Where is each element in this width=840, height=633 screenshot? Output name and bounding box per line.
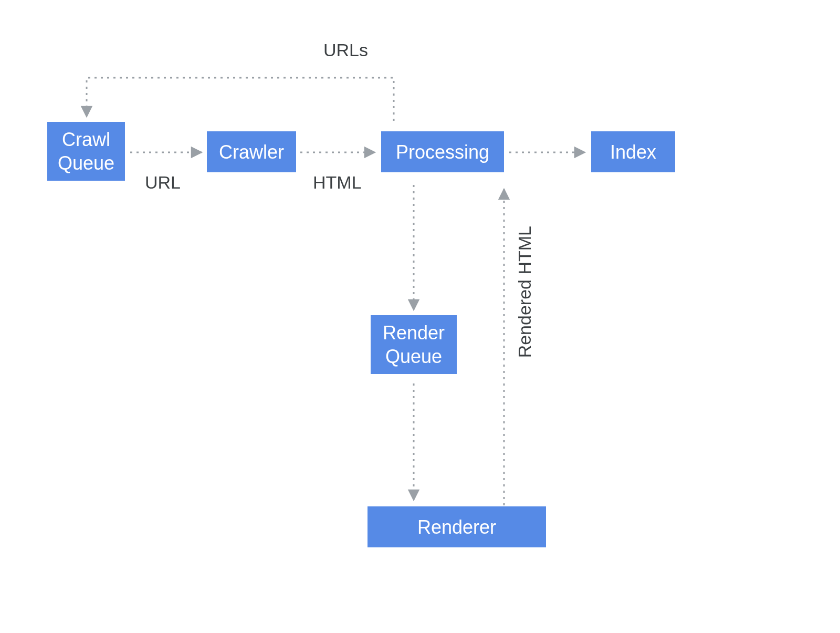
node-crawler: Crawler: [207, 131, 296, 172]
node-crawl-queue: Crawl Queue: [47, 122, 125, 181]
label-html: HTML: [313, 172, 362, 193]
label-rendered-html: Rendered HTML: [514, 226, 535, 358]
node-index: Index: [591, 131, 675, 172]
label-url: URL: [145, 172, 181, 193]
node-renderer: Renderer: [368, 506, 546, 547]
node-processing: Processing: [381, 131, 504, 172]
diagram-canvas: Crawl Queue Crawler Processing Index Ren…: [0, 0, 840, 633]
node-render-queue: Render Queue: [371, 315, 457, 374]
edge-urls-top: [87, 78, 394, 121]
label-urls-top: URLs: [323, 40, 368, 60]
